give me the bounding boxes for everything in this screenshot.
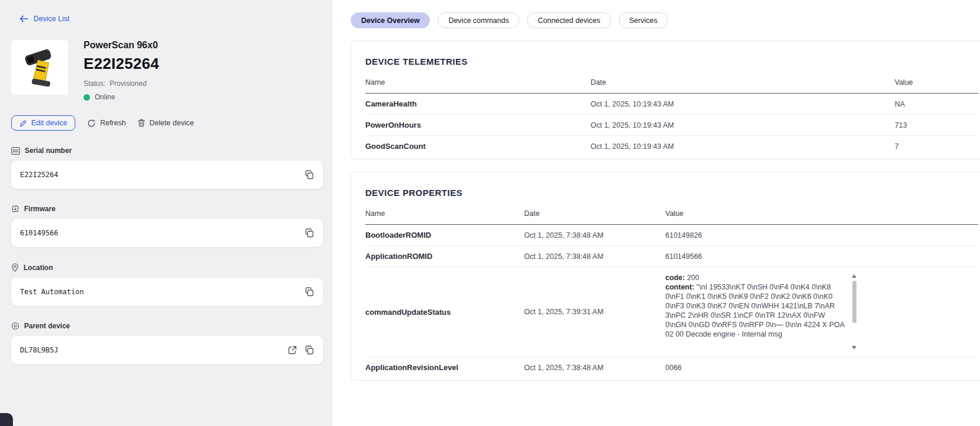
properties-table: Name Date Value BootloaderROMID Oct 1, 2… <box>365 209 978 378</box>
barcode-scanner-illustration <box>18 46 62 89</box>
serial-number-value: E22I25264 <box>20 171 58 179</box>
external-link-icon[interactable] <box>288 345 297 355</box>
refresh-label: Refresh <box>100 119 126 127</box>
location-pin-icon <box>11 263 19 272</box>
device-header: PowerScan 96x0 E22I25264 Status: Provisi… <box>11 40 323 101</box>
online-indicator: Online <box>84 93 159 101</box>
refresh-button[interactable]: Refresh <box>87 119 126 128</box>
table-row: GoodScanCount Oct 1, 2025, 10:19:43 AM 7 <box>365 136 978 157</box>
tab-device-commands[interactable]: Device commands <box>438 12 519 28</box>
device-tabs: Device Overview Device commands Connecte… <box>351 12 980 28</box>
device-meta: PowerScan 96x0 E22I25264 Status: Provisi… <box>84 40 159 101</box>
parent-device-icon <box>11 322 19 330</box>
edit-device-label: Edit device <box>31 119 67 127</box>
online-dot-icon <box>84 94 90 101</box>
copy-icon[interactable] <box>305 228 314 238</box>
field-label-text: Location <box>24 264 53 272</box>
delete-device-label: Delete device <box>149 119 194 127</box>
copy-icon[interactable] <box>305 287 314 297</box>
field-label-text: Serial number <box>25 147 72 155</box>
barcode-icon <box>11 147 20 155</box>
scroll-down-arrow-icon[interactable] <box>852 346 856 350</box>
column-date: Date <box>524 209 665 218</box>
parent-device-card: DL78L9B5J <box>11 336 323 364</box>
parent-device-value: DL78L9B5J <box>20 346 58 354</box>
column-value: Value <box>665 209 978 218</box>
tab-device-overview[interactable]: Device Overview <box>351 12 430 28</box>
tab-services[interactable]: Services <box>619 12 668 28</box>
column-date: Date <box>591 78 895 86</box>
field-label-text: Firmware <box>24 205 55 213</box>
command-status-value[interactable]: code: 200 content: "\nI 19533\nKT 0\nSH … <box>665 273 849 351</box>
column-value: Value <box>895 78 978 86</box>
firmware-value: 610149566 <box>20 229 58 237</box>
telemetries-title: DEVICE TELEMETRIES <box>365 56 978 66</box>
location-card: Test Automation <box>11 278 323 306</box>
device-image <box>11 40 68 95</box>
refresh-icon <box>87 119 96 128</box>
back-link-label: Device List <box>34 15 69 23</box>
table-row: CameraHealth Oct 1, 2025, 10:19:43 AM NA <box>365 94 978 115</box>
table-header: Name Date Value <box>365 78 978 94</box>
trash-icon <box>138 119 145 127</box>
online-label: Online <box>95 93 115 101</box>
device-id: E22I25264 <box>84 55 159 73</box>
device-properties-card: DEVICE PROPERTIES Name Date Value Bootlo… <box>351 172 980 381</box>
device-telemetries-card: DEVICE TELEMETRIES Name Date Value Camer… <box>351 41 980 159</box>
field-serial-number: Serial number E22I25264 <box>11 147 323 189</box>
help-widget[interactable] <box>0 413 13 426</box>
status-value: Provisioned <box>109 79 146 88</box>
copy-icon[interactable] <box>305 345 314 355</box>
serial-number-card: E22I25264 <box>11 161 323 189</box>
device-overview-main: Device Overview Device commands Connecte… <box>332 0 980 426</box>
table-row: PowerOnHours Oct 1, 2025, 10:19:43 AM 71… <box>365 115 978 136</box>
device-model: PowerScan 96x0 <box>84 40 159 51</box>
command-status-value-wrap: code: 200 content: "\nI 19533\nKT 0\nSH … <box>665 273 859 351</box>
value-scrollbar[interactable] <box>851 273 857 351</box>
scroll-up-arrow-icon[interactable] <box>852 274 856 278</box>
table-row: ApplicationRevisionLevel Oct 1, 2025, 7:… <box>365 357 978 378</box>
device-detail-sidebar: Device List PowerScan 96x0 E22I25264 Sta… <box>0 0 332 426</box>
tab-connected-devices[interactable]: Connected devices <box>527 12 611 28</box>
arrow-left-icon <box>19 15 28 22</box>
table-row: BootloaderROMID Oct 1, 2025, 7:38:48 AM … <box>365 225 978 246</box>
device-status: Status: Provisioned <box>84 79 159 88</box>
column-name: Name <box>365 209 524 218</box>
table-row-command-update-status: commandUpdateStatus Oct 1, 2025, 7:39:31… <box>365 267 978 357</box>
delete-device-button[interactable]: Delete device <box>138 119 194 127</box>
copy-icon[interactable] <box>305 170 314 179</box>
telemetries-table: Name Date Value CameraHealth Oct 1, 2025… <box>365 78 978 157</box>
status-label: Status: <box>84 79 105 88</box>
scrollbar-thumb[interactable] <box>852 281 856 323</box>
properties-title: DEVICE PROPERTIES <box>365 188 978 198</box>
firmware-icon <box>11 205 19 213</box>
column-name: Name <box>365 78 591 86</box>
device-actions: Edit device Refresh Delete device <box>11 115 323 131</box>
pencil-icon <box>19 119 27 127</box>
location-value: Test Automation <box>20 288 84 296</box>
table-row: ApplicationROMID Oct 1, 2025, 7:38:48 AM… <box>365 246 978 267</box>
field-location: Location Test Automation <box>11 263 323 306</box>
field-label-text: Parent device <box>24 322 70 330</box>
field-parent-device: Parent device DL78L9B5J <box>11 322 323 364</box>
firmware-card: 610149566 <box>11 219 323 247</box>
table-header: Name Date Value <box>365 209 978 225</box>
back-to-device-list-link[interactable]: Device List <box>19 15 69 23</box>
field-firmware: Firmware 610149566 <box>11 205 323 247</box>
edit-device-button[interactable]: Edit device <box>11 115 75 131</box>
